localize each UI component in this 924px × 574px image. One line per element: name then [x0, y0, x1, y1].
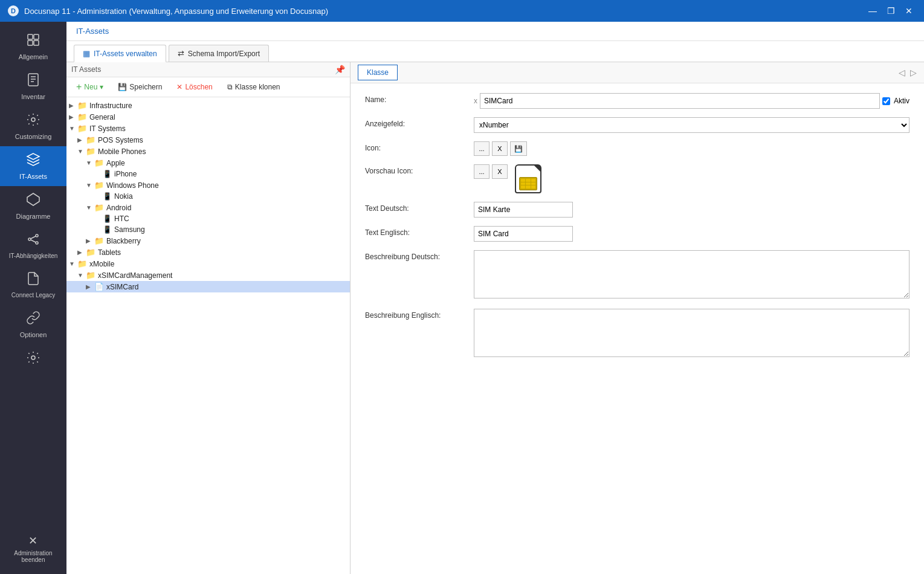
svg-text:D: D: [11, 7, 16, 15]
anzeigefeld-select[interactable]: xNumber xName xDescription: [474, 117, 909, 133]
sidebar-label-admin-beenden: Administration beenden: [14, 550, 52, 563]
customizing-icon: [26, 112, 40, 131]
icon-label: Icon:: [365, 141, 474, 152]
tab-label-it-assets-verwalten: IT-Assets verwalten: [94, 50, 157, 58]
sidebar-label-customizing: Customizing: [15, 133, 52, 140]
form-row-text-deutsch: Text Deutsch:: [365, 202, 909, 218]
aktiv-label: Aktiv: [894, 97, 909, 105]
close-button[interactable]: ✕: [901, 4, 917, 18]
name-label: Name:: [365, 93, 474, 104]
sim-chip: [519, 177, 537, 190]
tree-node-pos-systems[interactable]: ▶ 📁 POS Systems: [66, 134, 350, 146]
doc-icon-xsimcard: 📄: [94, 282, 104, 291]
sidebar-item-optionen[interactable]: [0, 344, 66, 377]
tree-node-infrastructure[interactable]: ▶ 📁 Infrastructure: [66, 100, 350, 111]
tree-node-mobile-phones[interactable]: ▼ 📁 Mobile Phones: [66, 146, 350, 157]
label-blackberry: Blackberry: [106, 237, 141, 245]
tree-node-xsimcardmanagement[interactable]: ▼ 📁 xSIMCardManagement: [66, 269, 350, 281]
expander-tablets[interactable]: ▶: [77, 249, 86, 256]
text-deutsch-input[interactable]: [474, 202, 573, 218]
minimize-button[interactable]: —: [865, 4, 880, 18]
plus-icon: +: [76, 82, 82, 92]
expander-windows-phone[interactable]: ▼: [86, 182, 94, 189]
save-icon: 💾: [118, 83, 127, 91]
tree-node-android[interactable]: ▼ 📁 Android: [66, 202, 350, 213]
tab-schema-import-export[interactable]: ⇄ Schema Import/Export: [169, 45, 269, 62]
svg-rect-6: [28, 74, 38, 86]
expander-blackberry[interactable]: ▶: [86, 237, 94, 244]
tree-node-nokia[interactable]: ▶ 📱 Nokia: [66, 191, 350, 202]
sidebar-item-diagramme[interactable]: Diagramme: [0, 186, 66, 226]
nav-left-icon[interactable]: ◁: [899, 68, 905, 77]
app-icon: D: [7, 5, 19, 17]
sidebar-item-customizing[interactable]: Customizing: [0, 106, 66, 146]
tree-node-xmobile[interactable]: ▼ 📁 xMobile: [66, 258, 350, 269]
icon-x-button[interactable]: X: [492, 141, 508, 156]
chip-cell-8: [526, 185, 530, 189]
folder-icon-apple: 📁: [94, 158, 104, 167]
expander-xsimcardmanagement[interactable]: ▼: [77, 272, 86, 279]
name-input[interactable]: [480, 93, 880, 109]
nav-right-icon[interactable]: ▷: [910, 68, 917, 77]
icon-field: ... X 💾: [474, 141, 909, 156]
aktiv-checkbox-label: Aktiv: [882, 97, 909, 105]
sidebar-item-inventar[interactable]: Inventar: [0, 66, 66, 106]
tree-node-general[interactable]: ▶ 📁 General: [66, 111, 350, 123]
sidebar-item-lizenzmanagement[interactable]: Connect Legacy: [0, 265, 66, 305]
expander-android[interactable]: ▼: [86, 204, 94, 211]
sidebar-item-allgemein[interactable]: Allgemein: [0, 27, 66, 66]
expander-pos-systems[interactable]: ▶: [77, 137, 86, 143]
tab-bar: ▦ IT-Assets verwalten ⇄ Schema Import/Ex…: [66, 41, 924, 62]
icon-save-button[interactable]: 💾: [510, 141, 527, 156]
expander-it-systems[interactable]: ▼: [69, 125, 77, 132]
beschreibung-deutsch-textarea[interactable]: [474, 250, 909, 298]
icon-save-icon: 💾: [514, 145, 523, 153]
vorschau-icon-label: Vorschau Icon:: [365, 164, 474, 175]
tree-node-iphone[interactable]: ▶ 📱 iPhone: [66, 169, 350, 179]
folder-icon-pos-systems: 📁: [86, 135, 95, 144]
new-button[interactable]: + Neu ▾: [71, 80, 108, 94]
sidebar-item-it-abhaengigkeiten[interactable]: IT-Abhängigkeiten: [0, 226, 66, 265]
expander-general[interactable]: ▶: [69, 114, 77, 120]
klasse-tab[interactable]: Klasse: [358, 65, 398, 80]
svg-rect-2: [28, 34, 33, 39]
restore-button[interactable]: ❐: [883, 4, 899, 18]
tab-it-assets-verwalten[interactable]: ▦ IT-Assets verwalten: [74, 45, 166, 62]
svg-point-10: [31, 118, 35, 121]
tree-node-it-systems[interactable]: ▼ 📁 IT Systems: [66, 123, 350, 134]
expander-xmobile[interactable]: ▼: [69, 260, 77, 267]
chip-cell-4: [521, 182, 525, 185]
vorschau-x-button[interactable]: X: [492, 164, 508, 179]
vorschau-dots-button[interactable]: ...: [474, 164, 489, 179]
tree-node-htc[interactable]: ▶ 📱 HTC: [66, 213, 350, 224]
label-tablets: Tablets: [98, 248, 121, 257]
expander-infrastructure[interactable]: ▶: [69, 102, 77, 109]
clone-button[interactable]: ⧉ Klasse klonen: [222, 81, 285, 93]
icon-dots-button[interactable]: ...: [474, 141, 489, 156]
expander-mobile-phones[interactable]: ▼: [77, 148, 86, 155]
tree-node-tablets[interactable]: ▶ 📁 Tablets: [66, 247, 350, 258]
delete-button[interactable]: ✕ Löschen: [172, 81, 217, 93]
tree-node-blackberry[interactable]: ▶ 📁 Blackberry: [66, 235, 350, 247]
text-englisch-input[interactable]: [474, 226, 573, 242]
sidebar-item-admin-beenden[interactable]: ✕ Administration beenden: [11, 528, 54, 569]
sidebar-label-diagramme: Diagramme: [16, 213, 51, 220]
tree-node-apple[interactable]: ▼ 📁 Apple: [66, 157, 350, 169]
sidebar-label-it-abhaengigkeiten: IT-Abhängigkeiten: [9, 253, 58, 259]
tree-node-samsung[interactable]: ▶ 📱 Samsung: [66, 224, 350, 235]
aktiv-checkbox[interactable]: [882, 97, 890, 105]
sidebar-item-it-assets[interactable]: IT-Assets: [0, 146, 66, 186]
sidebar-item-connect-legacy[interactable]: Optionen: [0, 305, 66, 344]
expander-apple[interactable]: ▼: [86, 160, 94, 166]
save-button[interactable]: 💾 Speichern: [113, 81, 167, 93]
beschreibung-englisch-textarea[interactable]: [474, 309, 909, 357]
text-englisch-field: [474, 226, 909, 242]
delete-icon: ✕: [176, 83, 183, 91]
tree-node-xsimcard[interactable]: ▶ 📄 xSIMCard: [66, 281, 350, 292]
content-area: IT-Assets ▦ IT-Assets verwalten ⇄ Schema…: [66, 22, 924, 574]
pin-icon[interactable]: 📌: [335, 65, 345, 74]
expander-xsimcard[interactable]: ▶: [86, 283, 94, 290]
toolbar: + Neu ▾ 💾 Speichern ✕ Löschen ⧉ Klass: [66, 77, 350, 97]
allgemein-icon: [26, 33, 40, 51]
tree-node-windows-phone[interactable]: ▼ 📁 Windows Phone: [66, 179, 350, 191]
